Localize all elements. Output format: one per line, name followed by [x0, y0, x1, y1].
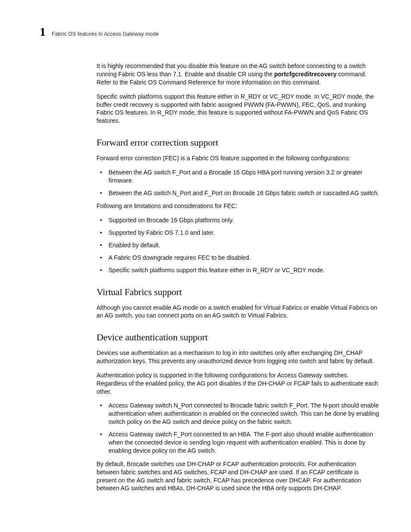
paragraph: Following are limitations and considerat…	[97, 202, 380, 210]
paragraph: Specific switch platforms support this f…	[97, 93, 380, 125]
paragraph: Devices use authentication as a mechanis…	[97, 349, 380, 365]
paragraph: It is highly recommended that you disabl…	[97, 62, 380, 87]
list-item: Supported by Fabric OS 7.1.0 and later.	[97, 229, 380, 237]
chapter-number: 1	[40, 26, 46, 38]
list-item: Between the AG switch N_Port and F_Port …	[97, 189, 380, 197]
list-item: Enabled by default.	[97, 241, 380, 249]
page: 1 Fabric OS features in Access Gateway m…	[0, 0, 411, 524]
auth-config-list: Access Gateway switch N_Port connected t…	[97, 401, 380, 454]
list-item: Access Gateway switch N_Port connected t…	[97, 401, 380, 426]
command-name: portcfgcreditrecovery	[274, 71, 336, 78]
heading-device-auth: Device authentication support	[97, 331, 380, 344]
heading-fec: Forward error correction support	[97, 136, 380, 149]
list-item: Access Gateway switch F_Port connected t…	[97, 430, 380, 455]
list-item: A Fabric OS downgrade requires FEC to be…	[97, 254, 380, 262]
running-title: Fabric OS features in Access Gateway mod…	[52, 31, 159, 37]
paragraph: Forward error correction (FEC) is a Fabr…	[97, 154, 380, 162]
fec-config-list: Between the AG switch F_Port and a Broca…	[97, 168, 380, 197]
running-header: 1 Fabric OS features in Access Gateway m…	[40, 26, 380, 38]
body-content: It is highly recommended that you disabl…	[97, 62, 380, 492]
paragraph: Authentication policy is supported in th…	[97, 371, 380, 396]
list-item: Between the AG switch F_Port and a Broca…	[97, 168, 380, 185]
paragraph: By default, Brocade switches use DH-CHAP…	[97, 460, 380, 493]
heading-virtual-fabrics: Virtual Fabrics support	[97, 286, 380, 299]
list-item: Specific switch platforms support this f…	[97, 266, 380, 274]
paragraph: Although you cannot enable AG mode on a …	[97, 304, 380, 320]
fec-limits-list: Supported on Brocade 16 Gbps platforms o…	[97, 216, 380, 274]
list-item: Supported on Brocade 16 Gbps platforms o…	[97, 216, 380, 224]
